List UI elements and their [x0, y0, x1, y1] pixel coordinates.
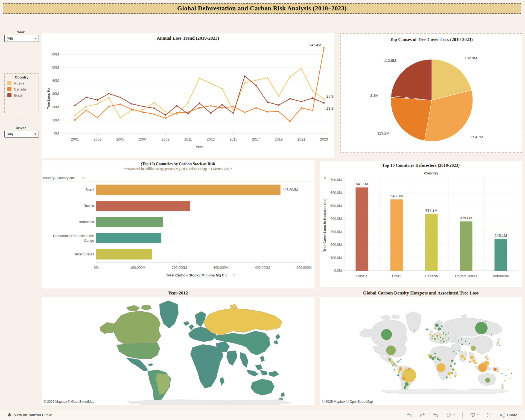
svg-text:25.94M: 25.94M — [326, 94, 334, 98]
fullscreen-button[interactable] — [486, 412, 492, 418]
bubble-map-panel: Global Carbon Density Hotspots and Assoc… — [320, 289, 522, 405]
svg-text:Indonesia: Indonesia — [493, 274, 509, 278]
svg-text:50M: 50M — [52, 65, 59, 69]
pie-chart-panel: Top Causes of Tree Cover Loss (2010-2023… — [340, 33, 522, 153]
svg-text:20M: 20M — [52, 105, 59, 109]
redo-icon — [419, 412, 425, 418]
legend-item[interactable]: Russia — [7, 81, 39, 85]
svg-text:Congo: Congo — [84, 239, 94, 243]
redo-button[interactable] — [419, 412, 425, 418]
svg-text:Tree Loss Ha: Tree Loss Ha — [47, 88, 51, 109]
year-filter-dropdown[interactable]: (All) ▼ — [4, 35, 39, 42]
svg-text:600.0M: 600.0M — [330, 191, 342, 195]
legend-label: Canada — [14, 88, 26, 91]
svg-text:Democratic Republic of the: Democratic Republic of the — [53, 234, 94, 238]
svg-text:2023: 2023 — [320, 137, 328, 141]
svg-text:⇅: ⇅ — [324, 177, 326, 180]
fullscreen-icon — [486, 412, 492, 418]
hbar-chart-title: (Top 10) Countries by Carbon Stock at Ri… — [42, 162, 314, 166]
svg-text:Brazil: Brazil — [392, 274, 401, 278]
svg-text:100.0M: 100.0M — [330, 256, 342, 260]
legend-swatch — [7, 81, 11, 85]
undo-icon — [406, 412, 412, 418]
chevron-down-icon: ▼ — [453, 414, 455, 416]
svg-text:Year: Year — [196, 145, 203, 149]
share-label: Share — [507, 413, 517, 417]
year-filter-value: (All) — [7, 36, 13, 40]
svg-text:0M: 0M — [54, 131, 59, 135]
driver-filter-label: Driver — [0, 126, 42, 130]
line-chart-title: Annual Loss Trend (2010-2023) — [42, 36, 334, 41]
vbar-chart-panel: Top 10 Countries Deforesters (2010-2023)… — [320, 161, 522, 287]
svg-text:2017: 2017 — [252, 137, 260, 141]
hbar-chart[interactable]: country (Country car..⇅Brazil443,202MRus… — [42, 160, 314, 288]
svg-text:40M: 40M — [52, 78, 59, 83]
svg-text:245.1M: 245.1M — [495, 234, 507, 238]
tableau-logo-icon: ✻ — [8, 412, 11, 418]
share-button[interactable]: Share — [499, 412, 517, 418]
view-on-tableau-label: View on Tableau Public — [14, 413, 52, 417]
line-chart[interactable]: 0M10M20M30M40M50M60M20012003200520072009… — [42, 33, 334, 158]
svg-text:Russia: Russia — [356, 274, 368, 278]
svg-text:Brazil: Brazil — [86, 188, 94, 192]
svg-text:United States: United States — [74, 252, 94, 256]
svg-text:64.94M: 64.94M — [309, 43, 321, 47]
map-attribution: © 2025 Mapbox © OpenStreetMap — [320, 399, 375, 404]
svg-text:102.0M: 102.0M — [465, 56, 477, 60]
map-attribution: © 2025 Mapbox © OpenStreetMap — [42, 399, 97, 404]
download-icon — [470, 412, 476, 418]
download-button[interactable]: ▼ — [470, 412, 479, 418]
svg-text:113.2M: 113.2M — [377, 131, 389, 135]
svg-text:2009: 2009 — [162, 137, 170, 141]
toolbar-divider — [462, 412, 463, 418]
svg-text:60M: 60M — [52, 52, 59, 56]
legend-label: Brazil — [14, 94, 22, 97]
svg-text:112.6M: 112.6M — [384, 59, 396, 63]
revert-button[interactable] — [433, 412, 439, 418]
country-legend-title: Country — [5, 75, 39, 79]
svg-text:437.3M: 437.3M — [425, 208, 438, 212]
refresh-icon — [446, 412, 452, 418]
svg-text:2019: 2019 — [275, 137, 283, 141]
svg-text:400.0M: 400.0M — [330, 217, 342, 221]
pie-chart-title: Top Causes of Tree Cover Loss (2010-2023… — [341, 37, 522, 42]
svg-text:Indonesia: Indonesia — [79, 220, 94, 224]
svg-text:500,000M: 500,000M — [296, 266, 312, 270]
line-chart-panel: Annual Loss Trend (2010-2023) 0M10M20M30… — [42, 33, 334, 158]
dashboard-title: Global Deforestation and Carbon Risk Ana… — [177, 5, 347, 12]
svg-text:2007: 2007 — [139, 137, 147, 141]
svg-text:2015: 2015 — [229, 137, 237, 141]
hbar-chart-subtitle: *Measured in Million Megagrams (Mg) of C… — [42, 167, 314, 171]
bubble-map[interactable]: © 2025 Mapbox © OpenStreetMap — [320, 297, 522, 405]
choropleth-map-panel: Year-2012 © 2025 Mapbox © OpenStreetMap — [42, 289, 314, 405]
vbar-chart[interactable]: Country⇅Tree Cover Loss in Hectares (ha)… — [320, 161, 522, 287]
svg-text:300.0M: 300.0M — [330, 230, 342, 234]
driver-filter-dropdown[interactable]: (All) ▼ — [4, 131, 39, 138]
svg-text:300,000M: 300,000M — [213, 266, 229, 270]
hbar-chart-panel: (Top 10) Countries by Carbon Stock at Ri… — [42, 160, 314, 288]
revert-icon — [433, 412, 439, 418]
svg-text:200,000M: 200,000M — [172, 266, 187, 270]
view-on-tableau-public[interactable]: ✻ View on Tableau Public — [8, 412, 52, 418]
year-filter-label: Year — [0, 30, 42, 34]
chevron-down-icon: ▼ — [34, 133, 37, 136]
svg-text:2021: 2021 — [298, 137, 305, 141]
legend-item[interactable]: Brazil — [7, 93, 39, 97]
svg-text:700.0M: 700.0M — [330, 178, 342, 182]
share-icon — [499, 412, 505, 418]
svg-text:2005: 2005 — [116, 137, 124, 141]
undo-button[interactable] — [406, 412, 412, 418]
svg-text:United States: United States — [455, 274, 477, 278]
svg-text:0.0M: 0.0M — [334, 269, 342, 273]
svg-text:2003: 2003 — [94, 137, 101, 141]
chevron-down-icon: ▼ — [34, 37, 37, 40]
replay-button[interactable]: ▼ — [446, 412, 455, 418]
legend-item[interactable]: Canada — [7, 87, 39, 91]
svg-text:Country: Country — [424, 171, 438, 175]
svg-text:⇅: ⇅ — [82, 176, 84, 180]
svg-text:3.1M: 3.1M — [370, 94, 378, 98]
country-legend: Country RussiaCanadaBrazil — [4, 73, 39, 113]
choropleth-map[interactable]: © 2025 Mapbox © OpenStreetMap — [42, 297, 314, 405]
driver-filter-value: (All) — [7, 132, 13, 136]
pie-chart[interactable]: 102.0M154.7M113.2M3.1M112.6M — [341, 34, 522, 152]
